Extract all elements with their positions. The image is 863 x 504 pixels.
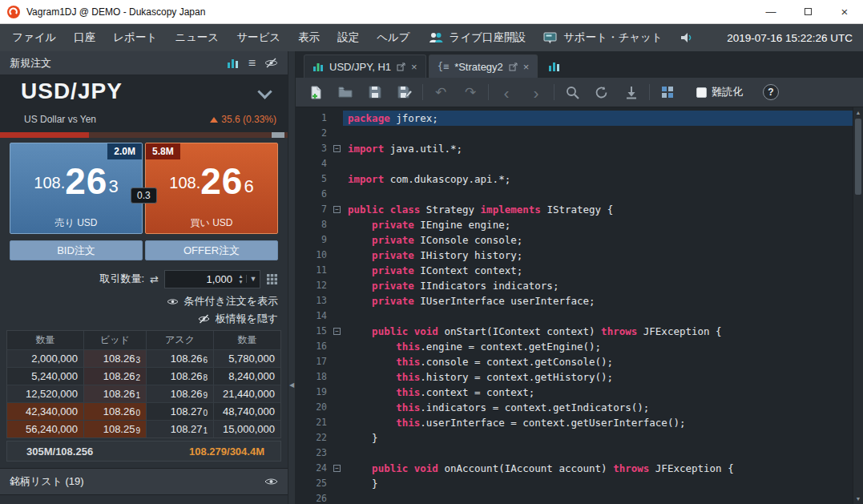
undo-icon[interactable]: ↶ [434, 86, 448, 99]
save-icon[interactable] [368, 86, 382, 99]
code-line[interactable] [343, 308, 853, 324]
code-line[interactable]: import com.dukascopy.api.*; [343, 171, 853, 187]
amount-value[interactable]: 1,000 [165, 273, 236, 285]
code-line[interactable] [343, 491, 853, 504]
chevron-down-icon[interactable] [257, 84, 272, 99]
sell-price-tile[interactable]: 2.0M 108.263 売り USD [10, 143, 143, 234]
scroll-up-icon[interactable]: ▲ [853, 107, 863, 118]
back-icon[interactable]: ‹ [499, 84, 514, 101]
instrument-list-header[interactable]: 銘柄リスト (19) [0, 468, 288, 495]
calculator-grid-icon[interactable] [266, 273, 278, 285]
ask-amount-cell[interactable]: 8,240,000 [214, 368, 280, 385]
code-line[interactable]: this.console = context.getConsole(); [343, 354, 853, 369]
code-line[interactable] [343, 187, 853, 202]
new-file-icon[interactable] [309, 86, 323, 99]
amount-input[interactable]: 1,000 ▲▼ ▼ [164, 270, 260, 288]
code-line[interactable]: package jforex; [343, 111, 853, 126]
dom-columns-icon[interactable] [227, 58, 240, 69]
maximize-button[interactable] [789, 0, 826, 23]
help-button[interactable]: ? [763, 84, 779, 100]
minimize-button[interactable]: — [752, 0, 789, 23]
menu-item-live-account[interactable]: ライブ口座開設 [419, 24, 534, 51]
hide-dom-toggle[interactable]: 板情報を隠す [198, 312, 278, 326]
fold-marker-icon[interactable]: − [333, 145, 341, 152]
export-download-icon[interactable] [624, 86, 639, 99]
code-line[interactable]: private IContext context; [343, 263, 853, 278]
menu-item-account[interactable]: 口座 [65, 24, 104, 51]
bid-price-cell[interactable]: 108.261 [84, 385, 147, 402]
refresh-search-icon[interactable] [595, 86, 609, 99]
scroll-down-icon[interactable]: ▼ [853, 494, 863, 504]
panel-menu-icon[interactable]: ≡ [248, 57, 256, 70]
close-button[interactable]: × [826, 0, 863, 23]
fold-marker-icon[interactable]: − [333, 206, 341, 213]
code-line[interactable] [343, 156, 853, 171]
code-line[interactable]: this.indicators = context.getIndicators(… [343, 400, 853, 415]
bid-amount-cell[interactable]: 12,520,000 [7, 385, 84, 402]
search-icon[interactable] [565, 86, 579, 99]
bid-amount-cell[interactable]: 5,240,000 [7, 368, 84, 385]
menu-item-services[interactable]: サービス [228, 24, 289, 51]
code-line[interactable]: this.context = context; [343, 385, 853, 400]
code-line[interactable]: import java.util.*; [343, 141, 853, 156]
ask-amount-cell[interactable]: 5,780,000 [214, 350, 280, 367]
dom-columns-icon[interactable] [548, 61, 561, 72]
code-line[interactable]: private IIndicators indicators; [343, 278, 853, 293]
buy-price-tile[interactable]: 5.8M 108.266 買い USD [145, 143, 278, 234]
amount-stepper[interactable]: ▲▼ [236, 273, 246, 284]
code-area[interactable]: 1234567891011121314151617181920212223242… [296, 107, 863, 504]
code-line[interactable]: } [343, 476, 853, 491]
bid-price-cell[interactable]: 108.260 [84, 403, 147, 420]
menu-item-view[interactable]: 表示 [289, 24, 329, 51]
code-line[interactable]: this.history = context.getHistory(); [343, 369, 853, 385]
fold-marker-icon[interactable]: − [333, 328, 341, 335]
code-line[interactable]: private IHistory history; [343, 248, 853, 263]
code-line[interactable]: } [343, 430, 853, 446]
bid-order-button[interactable]: BID注文 [10, 240, 143, 260]
code-line[interactable]: private IEngine engine; [343, 217, 853, 232]
obfuscate-toggle[interactable]: 難読化 [696, 85, 743, 99]
bid-amount-cell[interactable]: 2,000,000 [7, 350, 84, 367]
code-line[interactable]: private IConsole console; [343, 232, 853, 248]
code-line[interactable]: this.userInterface = context.getUserInte… [343, 415, 853, 430]
scrollbar-track[interactable] [853, 195, 863, 494]
menu-item-help[interactable]: ヘルプ [368, 24, 418, 51]
code-line[interactable] [343, 446, 853, 461]
amount-dropdown-icon[interactable]: ▼ [246, 275, 260, 283]
ask-price-cell[interactable]: 108.271 [147, 421, 214, 437]
close-tab-icon[interactable]: × [411, 62, 417, 72]
bid-amount-cell[interactable]: 42,340,000 [7, 403, 84, 420]
sound-button[interactable] [671, 24, 702, 51]
instrument-selector[interactable]: USD/JPY US Dollar vs Yen 35.6 (0.33%) [0, 75, 288, 138]
open-folder-icon[interactable] [338, 87, 353, 98]
code-line[interactable]: public void onStart(IContext context) th… [343, 324, 853, 339]
close-tab-icon[interactable]: × [523, 62, 530, 72]
ask-amount-cell[interactable]: 48,740,000 [214, 403, 280, 420]
dom-row[interactable]: 56,240,000108.259108.27115,000,000 [7, 420, 280, 437]
title-bar[interactable]: Vagram1DJ @ DEMO - Dukascopy Japan — × [0, 0, 863, 24]
panel-splitter[interactable]: ◀ [288, 51, 296, 504]
open-external-icon[interactable] [509, 62, 518, 71]
ask-price-cell[interactable]: 108.268 [147, 368, 214, 385]
dom-row[interactable]: 2,000,000108.263108.2665,780,000 [7, 349, 280, 367]
menu-item-settings[interactable]: 設定 [329, 24, 368, 51]
scrollbar-thumb[interactable] [855, 119, 861, 195]
code-line[interactable]: private IUserInterface userInterface; [343, 293, 853, 308]
redo-icon[interactable]: ↷ [463, 86, 478, 99]
code-line[interactable]: this.engine = context.getEngine(); [343, 339, 853, 354]
dom-row[interactable]: 12,520,000108.261108.26921,440,000 [7, 385, 280, 402]
fold-marker-icon[interactable]: − [333, 465, 341, 472]
code-line[interactable]: public class Strategy implements IStrate… [343, 202, 853, 217]
bid-price-cell[interactable]: 108.259 [84, 421, 147, 437]
ask-amount-cell[interactable]: 15,000,000 [214, 421, 280, 437]
offer-order-button[interactable]: OFFER注文 [145, 240, 278, 260]
forward-icon[interactable]: › [529, 84, 543, 101]
range-handle[interactable] [272, 132, 284, 138]
collapse-panel-icon[interactable]: ◀ [289, 381, 294, 389]
ask-price-cell[interactable]: 108.270 [147, 403, 214, 420]
code-line[interactable] [343, 126, 853, 141]
tab-strategy2[interactable]: {≡ *Strategy2 × [429, 54, 538, 78]
remote-run-blocks-icon[interactable] [660, 86, 675, 99]
obfuscate-checkbox[interactable] [696, 87, 707, 98]
code-line[interactable]: public void onAccount(IAccount account) … [343, 461, 853, 476]
